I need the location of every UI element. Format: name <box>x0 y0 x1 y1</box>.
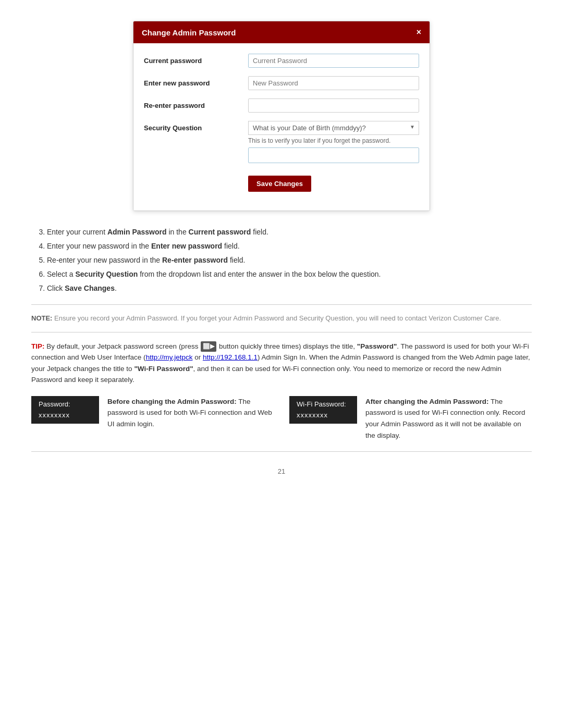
pw-after-desc-label: After changing the Admin Password: <box>365 398 489 405</box>
note-label: NOTE: <box>31 314 52 322</box>
pw-before-title: Password: <box>39 399 92 410</box>
save-label-spacer <box>144 171 248 175</box>
page-number: 21 <box>31 467 532 475</box>
tip-block: TIP: By default, your Jetpack password s… <box>31 341 532 386</box>
tip-link1[interactable]: http://my.jetpck <box>146 353 193 361</box>
current-password-field <box>248 54 419 68</box>
instructions-list: Enter your current Admin Password in the… <box>42 227 532 294</box>
jetpack-button-icon: ⬜▶ <box>201 341 216 352</box>
instruction-5-bold: Re-enter password <box>162 256 228 264</box>
current-password-input[interactable] <box>248 54 419 68</box>
security-question-select[interactable]: What is your Date of Birth (mmddyy)? Wha… <box>248 121 419 135</box>
instruction-7-bold: Save Changes <box>65 284 115 292</box>
pw-after-title: Wi-Fi Password: <box>297 399 350 410</box>
pw-before-description: Before changing the Admin Password: The … <box>107 396 274 430</box>
modal-title: Change Admin Password <box>142 28 236 37</box>
tip-wifi-quoted: "Wi-Fi Password" <box>134 365 193 373</box>
security-question-label: Security Question <box>144 121 248 132</box>
password-boxes-section: Password: xxxxxxxx Before changing the A… <box>31 396 532 441</box>
change-password-modal: Change Admin Password × Current password… <box>133 21 430 211</box>
reenter-password-field <box>248 98 419 113</box>
new-password-label: Enter new password <box>144 76 248 87</box>
reenter-password-input[interactable] <box>248 98 419 113</box>
divider-1 <box>31 304 532 305</box>
security-question-select-wrapper: What is your Date of Birth (mmddyy)? Wha… <box>248 121 419 135</box>
new-password-input[interactable] <box>248 76 419 90</box>
note-block: NOTE: Ensure you record your Admin Passw… <box>31 313 532 324</box>
pw-display-before: Password: xxxxxxxx <box>31 396 99 424</box>
security-question-field: What is your Date of Birth (mmddyy)? Wha… <box>248 121 419 163</box>
close-icon[interactable]: × <box>417 28 421 37</box>
instruction-item-6: Select a Security Question from the drop… <box>47 269 532 280</box>
security-answer-input[interactable] <box>248 147 419 163</box>
instruction-item-3: Enter your current Admin Password in the… <box>47 227 532 238</box>
tip-link2[interactable]: http://192.168.1.1 <box>203 353 258 361</box>
pw-after-description: After changing the Admin Password: The p… <box>365 396 532 441</box>
divider-2 <box>31 332 532 332</box>
tip-or: or <box>192 353 203 361</box>
pw-display-after: Wi-Fi Password: xxxxxxxx <box>289 396 357 424</box>
pw-box-before: Password: xxxxxxxx Before changing the A… <box>31 396 274 430</box>
instructions-section: Enter your current Admin Password in the… <box>31 227 532 294</box>
instruction-4-bold: Enter new password <box>151 242 222 250</box>
instruction-3-bold1: Admin Password <box>107 228 167 236</box>
instruction-item-7: Click Save Changes. <box>47 283 532 294</box>
instruction-item-4: Enter your new password in the Enter new… <box>47 241 532 252</box>
modal-body: Current password Enter new password Re-e… <box>133 43 430 211</box>
reenter-password-row: Re-enter password <box>144 98 419 113</box>
tip-password-quoted: "Password" <box>357 342 397 350</box>
reenter-password-label: Re-enter password <box>144 98 248 109</box>
tip-intro: By default, your Jetpack password screen… <box>45 342 201 350</box>
pw-before-desc-label: Before changing the Admin Password: <box>107 398 237 405</box>
instruction-3-bold2: Current password <box>189 228 251 236</box>
save-changes-button[interactable]: Save Changes <box>248 176 311 192</box>
current-password-row: Current password <box>144 54 419 68</box>
tip-label: TIP: <box>31 342 45 350</box>
instruction-item-5: Re-enter your new password in the Re-ent… <box>47 255 532 266</box>
security-hint: This is to verify you later if you forge… <box>248 137 419 144</box>
current-password-label: Current password <box>144 54 248 65</box>
pw-after-value: xxxxxxxx <box>297 410 350 421</box>
new-password-field <box>248 76 419 90</box>
divider-3 <box>31 451 532 452</box>
save-field: Save Changes <box>248 171 419 192</box>
save-row: Save Changes <box>144 171 419 192</box>
tip-after-icon: button quickly three times) displays the… <box>217 342 357 350</box>
instruction-6-bold: Security Question <box>75 270 138 278</box>
security-question-row: Security Question What is your Date of B… <box>144 121 419 163</box>
note-text: Ensure you record your Admin Password. I… <box>52 314 501 322</box>
pw-box-after: Wi-Fi Password: xxxxxxxx After changing … <box>289 396 532 441</box>
modal-header: Change Admin Password × <box>133 21 430 43</box>
pw-before-value: xxxxxxxx <box>39 410 92 421</box>
new-password-row: Enter new password <box>144 76 419 90</box>
